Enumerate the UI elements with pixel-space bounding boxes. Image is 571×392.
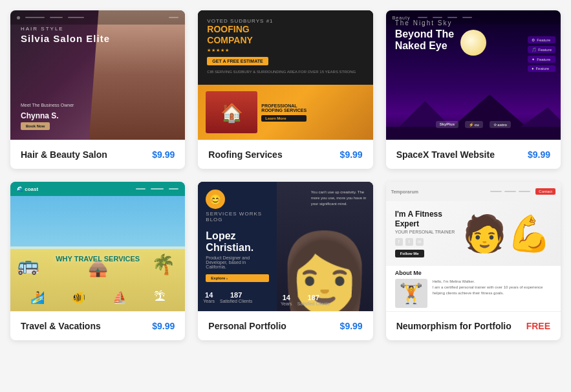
card-spacex-travel[interactable]: Beauty The Night Sky Beyond TheNaked Eye [386, 10, 561, 169]
card-title-hair-beauty-salon: Hair & Beauty Salon [21, 149, 107, 160]
fitness-about-section: About Me 🏋 Hello, I'm Melina Walker. I a… [386, 266, 561, 311]
card-neumorphism-portfolio[interactable]: Temporarum Contact I'm A Fitness Expert … [386, 182, 561, 340]
spacex-moon [460, 30, 486, 56]
card-hair-beauty-salon[interactable]: Hair Style Silvia Salon Elite Meet The B… [10, 10, 185, 169]
spacex-mountains-svg [386, 88, 561, 140]
card-price-travel-vacations: $9.99 [152, 321, 175, 331]
fitness-person-image: 🧑‍💪 [462, 216, 552, 252]
card-price-hair-beauty-salon: $9.99 [152, 149, 175, 160]
fitness-headline: I'm A Fitness Expert [395, 210, 462, 228]
card-price-spacex-travel: $9.99 [528, 149, 550, 160]
portfolio-stat-1: 14 Years [281, 294, 292, 306]
roofing-company: ROOFINGCOMPANY [207, 24, 363, 46]
portfolio-hire-btn[interactable]: Explore › [206, 274, 269, 282]
fitness-sub: YOUR PERSONAL TRAINER [395, 230, 462, 234]
roofing-tagline: CIB SERVING SUDBURY & SURROUNDING AREA F… [207, 69, 363, 74]
fitness-content: Temporarum Contact I'm A Fitness Expert … [386, 182, 561, 311]
card-title-neumorphism-portfolio: Neumorphism for Portfolio [396, 321, 512, 331]
thumbnail-roofing-services: VOTED SUDBURYS #1 ROOFINGCOMPANY ★★★★★ G… [198, 10, 372, 140]
portfolio-right-panel: 👩 You can't use up creativity. The more … [277, 182, 373, 311]
thumbnail-personal-portfolio: Services Works Blog 😊 LopezChristian. Pr… [198, 182, 372, 311]
svg-rect-3 [386, 127, 561, 140]
card-price-neumorphism-portfolio: FREE [526, 321, 550, 331]
travel-why-text: WHY TRAVEL SERVICES [56, 255, 140, 263]
fitness-about-title: About Me [395, 270, 552, 276]
portfolio-left-panel: Services Works Blog 😊 LopezChristian. Pr… [198, 182, 277, 311]
travel-plus-icon: + [96, 267, 100, 274]
roofing-voted: VOTED SUDBURYS #1 [207, 18, 363, 24]
travel-van-icon: 🚌 [17, 254, 39, 276]
roofing-cta: GET A FREE ESTIMATE [207, 57, 268, 65]
card-roofing-services[interactable]: VOTED SUDBURYS #1 ROOFINGCOMPANY ★★★★★ G… [198, 10, 372, 169]
card-info-neumorphism-portfolio: Neumorphism for Portfolio FREE [386, 311, 561, 340]
portfolio-role: Product Designer andDeveloper, based inC… [206, 256, 269, 269]
fitness-hero: I'm A Fitness Expert YOUR PERSONAL TRAIN… [386, 201, 561, 266]
portfolio-stats: 14 Years 187 Satisfied Clients [203, 291, 252, 303]
card-title-travel-vacations: Travel & Vacations [21, 321, 101, 331]
template-grid: Hair Style Silvia Salon Elite Meet The B… [10, 10, 561, 340]
thumbnail-hair-beauty-salon: Hair Style Silvia Salon Elite Meet The B… [10, 10, 185, 140]
card-title-personal-portfolio: Personal Portfolio [208, 321, 286, 331]
card-info-roofing-services: Roofing Services $9.99 [198, 140, 372, 169]
fitness-navbar: Temporarum Contact [386, 182, 561, 201]
card-personal-portfolio[interactable]: Services Works Blog 😊 LopezChristian. Pr… [198, 182, 372, 340]
thumbnail-spacex-travel: Beauty The Night Sky Beyond TheNaked Eye [386, 10, 561, 140]
fitness-about-image: 🏋 [395, 279, 427, 308]
card-title-spacex-travel: SpaceX Travel Website [396, 149, 495, 160]
portfolio-stat-2: 187 Satisfied Clients [297, 294, 330, 306]
portfolio-name: LopezChristian. [206, 230, 269, 253]
card-info-travel-vacations: Travel & Vacations $9.99 [10, 311, 185, 340]
card-price-roofing-services: $9.99 [340, 149, 363, 160]
card-info-personal-portfolio: Personal Portfolio $9.99 [198, 311, 372, 340]
fitness-about-text: Hello, I'm Melina Walker. I am a certifi… [433, 279, 552, 308]
portfolio-logo: 😊 [206, 190, 225, 209]
travel-feature-icons: 🏄 🐠 ⛵ 🏝 [10, 290, 185, 305]
card-travel-vacations[interactable]: 🌊 coast 🚌 🛖 🌴 WHY TRAVEL SERVICES + 🏄 [10, 182, 185, 340]
travel-palm-icon: 🌴 [151, 253, 175, 276]
salon-brand-text: Hair Style Silvia Salon Elite [21, 26, 110, 44]
thumbnail-neumorphism-portfolio: Temporarum Contact I'm A Fitness Expert … [386, 182, 561, 311]
card-info-hair-beauty-salon: Hair & Beauty Salon $9.99 [10, 140, 185, 169]
card-title-roofing-services: Roofing Services [208, 149, 282, 160]
card-info-spacex-travel: SpaceX Travel Website $9.99 [386, 140, 561, 169]
card-price-personal-portfolio: $9.99 [340, 321, 363, 331]
roofing-image [206, 91, 257, 133]
thumbnail-travel-vacations: 🌊 coast 🚌 🛖 🌴 WHY TRAVEL SERVICES + 🏄 [10, 182, 185, 311]
spacex-headline: Beyond TheNaked Eye [395, 28, 455, 51]
